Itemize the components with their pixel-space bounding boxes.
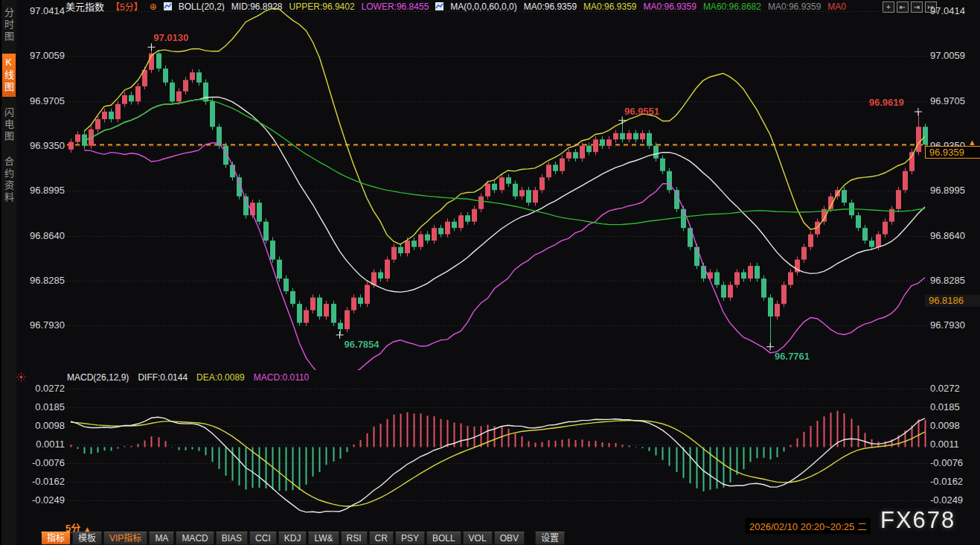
tab-LW&[interactable]: LW& [308,532,339,545]
price-annotation: 96.9551 [624,106,659,117]
macd-chart-canvas[interactable] [67,383,928,516]
price-up-arrow-icon: ▲ [968,138,976,146]
tab-MACD[interactable]: MACD [176,532,214,545]
y-axis-label: 0.0098 [19,420,65,432]
y-axis-label: 97.0414 [930,5,965,17]
y-axis-label: 96.8285 [930,275,965,287]
macd-dea-value: DEA:0.0089 [196,372,245,383]
macd-header: MACD(26,12,9) DIFF:0.0144 DEA:0.0089 MAC… [67,372,309,383]
tab-指标[interactable]: 指标 [41,532,71,545]
tab-设置[interactable]: 设置 [535,532,565,545]
y-axis-label: 96.8995 [19,185,65,197]
y-axis-label: 0.0185 [930,401,960,413]
y-axis-label: 96.9705 [930,95,965,107]
price-annotation: 96.7854 [345,339,379,350]
y-axis-label: 0.0272 [19,383,65,395]
tab-BIAS[interactable]: BIAS [216,532,248,545]
y-axis-label: 96.8995 [930,185,965,197]
left-sidebar: 分时图K线图闪电图合约资料 [0,0,16,545]
time-range-label: 2026/02/10 20:20~20:25 二 [746,518,871,534]
tab-模板[interactable]: 模板 [72,532,102,545]
tab-PSY[interactable]: PSY [395,532,425,545]
y-axis-label: -0.0076 [19,457,65,469]
price-annotation: 96.9619 [869,97,904,108]
live-indicator-icon[interactable] [16,372,26,382]
sidebar-item-分时图[interactable]: 分时图 [2,4,16,46]
macd-params-label: MACD(26,12,9) [67,372,129,383]
y-axis-label: 96.9705 [19,95,65,107]
macd-diff-value: DIFF:0.0144 [138,372,188,383]
tab-VIP指标[interactable]: VIP指标 [103,532,147,545]
y-axis-label: 0.0011 [19,439,65,450]
current-price-tag: 96.9359 [925,146,980,159]
y-axis-label: 0.0272 [930,383,960,395]
y-axis-label: 96.8640 [930,230,965,242]
y-axis-label: -0.0249 [19,494,65,506]
y-axis-label: 0.0098 [930,420,960,432]
y-axis-label: -0.0249 [930,494,963,506]
tab-VOL[interactable]: VOL [463,532,493,545]
y-axis-label: 96.8285 [19,275,65,287]
sidebar-item-闪电图[interactable]: 闪电图 [2,104,16,146]
tab-MA[interactable]: MA [149,532,174,545]
y-axis-label: -0.0162 [930,476,963,488]
y-axis-label: 0.0011 [930,439,959,450]
main-chart-canvas[interactable] [67,6,928,370]
sidebar-item-K线图[interactable]: K线图 [2,54,16,97]
y-axis-label: 97.0414 [19,5,65,17]
y-axis-label: -0.0076 [930,457,963,469]
y-axis-label: 96.7930 [930,319,965,331]
indicator-toolbar: 指标模板VIP指标MAMACDBIASCCIKDJLW&RSICRPSYBOLL… [41,532,566,545]
tab-BOLL[interactable]: BOLL [426,532,461,545]
watermark: FX678 [880,507,955,534]
y-axis-label: 96.7930 [19,319,65,331]
price-annotation: 96.7761 [775,351,810,362]
y-axis-label: 97.0059 [930,50,965,62]
y-axis-label: 96.9350 [19,140,65,152]
y-axis-label: 0.0185 [19,401,65,413]
tab-OBV[interactable]: OBV [494,532,525,545]
y-axis-label: 97.0059 [19,50,65,62]
trading-app-window: 分时图K线图闪电图合约资料 美元指数 【5分】 ⊕ BOLL(20,2) MID… [0,0,980,545]
tab-CCI[interactable]: CCI [249,532,277,545]
tab-CR[interactable]: CR [369,532,394,545]
tab-RSI[interactable]: RSI [341,532,368,545]
price-annotation: 97.0130 [153,32,188,43]
sidebar-item-合约资料[interactable]: 合约资料 [2,153,16,207]
y-axis-label: -0.0162 [19,476,65,488]
y-axis-label: 96.8640 [19,230,65,242]
macd-macd-value: MACD:0.0110 [254,372,309,383]
marked-price-tag: 96.8186 [925,295,980,307]
tab-KDJ[interactable]: KDJ [278,532,307,545]
